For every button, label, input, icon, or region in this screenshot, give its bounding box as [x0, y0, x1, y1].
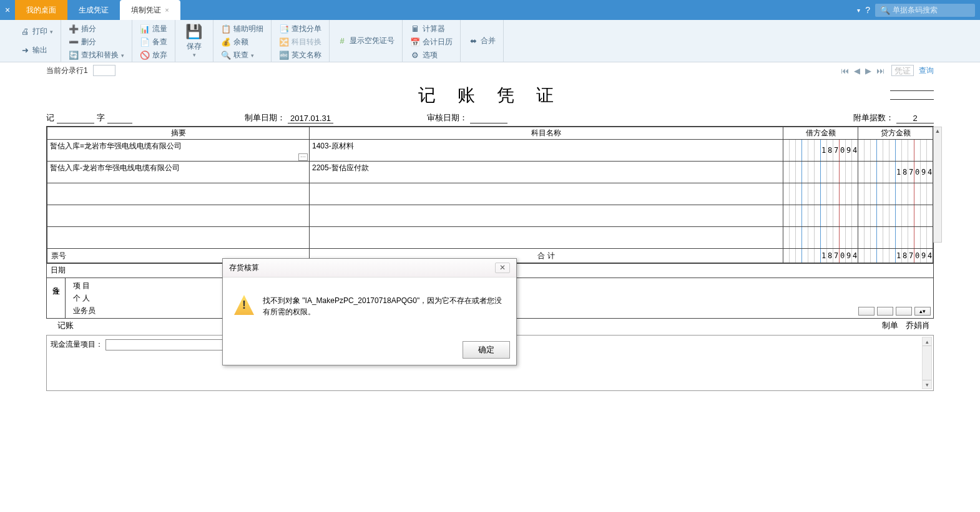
gear-icon: ⚙: [410, 51, 420, 60]
credit-cell[interactable]: [858, 140, 933, 162]
table-row[interactable]: [47, 227, 933, 249]
insert-row-icon: ➕: [69, 24, 79, 34]
debit-cell[interactable]: 187094: [783, 140, 858, 162]
options-button[interactable]: ⚙选项: [408, 49, 455, 62]
voucher-header: 记字 制单日期：2017.01.31 审核日期： 附单据数：2: [46, 112, 934, 125]
header-debit: 借方金额: [783, 127, 858, 140]
aux-detail-button[interactable]: 📋辅助明细: [218, 22, 266, 36]
lookup-button[interactable]: 🔍联查▾: [218, 49, 266, 62]
find-list-button[interactable]: 📑查找分单: [277, 22, 324, 36]
tab-label: 我的桌面: [26, 5, 56, 16]
project-field[interactable]: 项 目: [73, 279, 96, 292]
audit-date[interactable]: [470, 123, 507, 123]
english-name-button[interactable]: 🔤英文名称: [277, 49, 324, 62]
show-empty-no-button[interactable]: #显示空凭证号: [335, 34, 397, 47]
print-button[interactable]: 🖨打印▾: [17, 25, 56, 38]
dialog-message: 找不到对象 "IA_MakePzPC_20170718APQG0"，因为它不存在…: [263, 295, 505, 317]
remark-label: 备注: [47, 278, 66, 318]
table-row[interactable]: [47, 205, 933, 227]
header-credit: 贷方金额: [858, 127, 933, 140]
output-button[interactable]: ➜输出: [17, 44, 56, 57]
cash-flow-scrollbar[interactable]: ▴ ▾: [922, 337, 932, 389]
current-row-input[interactable]: [93, 65, 115, 76]
prev-record-icon[interactable]: ◀: [852, 66, 862, 75]
tab-fill-voucher[interactable]: 填制凭证×: [120, 0, 180, 20]
detail-icon: 📋: [221, 24, 231, 34]
mini-btn-1[interactable]: [858, 307, 875, 316]
merge-button[interactable]: ⬌合并: [466, 34, 498, 47]
debit-cell[interactable]: [783, 162, 858, 183]
voucher-type-input[interactable]: [57, 123, 94, 123]
credit-cell[interactable]: 187094: [858, 162, 933, 183]
mini-btn-2[interactable]: [877, 307, 893, 316]
barcode-search-input[interactable]: [893, 6, 970, 14]
find-icon: 🔄: [69, 51, 79, 60]
last-record-icon[interactable]: ⏭: [875, 66, 886, 75]
printer-icon: 🖨: [20, 27, 30, 37]
scroll-down-icon[interactable]: ▾: [923, 380, 931, 389]
tab-close-icon[interactable]: ×: [165, 6, 169, 14]
audit-button[interactable]: 📄备查: [137, 36, 170, 49]
convert-icon: 🔀: [279, 37, 289, 47]
table-row[interactable]: 暂估入库=龙岩市华强电线电缆有限公司⋯ 1403-原材料 187094: [47, 140, 933, 162]
lookup-icon: 🔍: [221, 51, 231, 60]
subject-convert-button: 🔀科目转换: [277, 36, 324, 49]
tab-generate-voucher[interactable]: 生成凭证: [67, 0, 120, 20]
tab-label: 生成凭证: [79, 5, 109, 16]
list-icon: 📑: [279, 24, 289, 34]
find-replace-button[interactable]: 🔄查找和替换▾: [66, 49, 127, 62]
scroll-up-icon[interactable]: ▴: [923, 337, 931, 346]
calculator-button[interactable]: 🖩计算器: [408, 22, 455, 36]
summary-cell[interactable]: 暂估入库=龙岩市华强电线电缆有限公司⋯: [47, 140, 310, 162]
search-link[interactable]: 查询: [919, 65, 934, 76]
delete-row-button[interactable]: ➖删分: [66, 36, 127, 49]
save-button[interactable]: 💾保存▾: [180, 22, 208, 59]
abandon-button[interactable]: 🚫放弃: [137, 49, 170, 62]
balance-button[interactable]: 💰余额: [218, 36, 266, 49]
calendar-button[interactable]: 📅会计日历: [408, 36, 455, 49]
help-icon[interactable]: ?: [865, 5, 870, 15]
voucher-no-input[interactable]: [891, 65, 914, 76]
mini-btn-3[interactable]: [896, 307, 912, 316]
table-row[interactable]: 暂估入库-龙岩市华强电线电缆有限公司 2205-暂估应付款 187094: [47, 162, 933, 183]
bookkeeping-label: 记账: [57, 320, 74, 331]
remark-fields: 项 目 个 人 业务员: [66, 278, 103, 318]
attach-count[interactable]: 2: [896, 114, 934, 123]
prep-date[interactable]: 2017.01.31: [288, 114, 333, 123]
current-row-label: 当前分录行1: [46, 65, 88, 76]
ribbon-toolbar: 🖨打印▾ ➜输出 ➕插分 ➖删分 🔄查找和替换▾ 📊流量 📄备查 🚫放弃 💾保存…: [0, 20, 980, 62]
person-field[interactable]: 个 人: [73, 292, 96, 304]
ok-button[interactable]: 确定: [463, 341, 510, 359]
staff-field[interactable]: 业务员: [73, 304, 96, 317]
warning-icon: !: [234, 295, 254, 315]
save-icon: 💾: [185, 24, 203, 41]
table-row[interactable]: [47, 183, 933, 205]
mini-btn-4[interactable]: ▴▾: [914, 307, 931, 316]
dropdown-icon[interactable]: ▾: [857, 7, 860, 14]
subject-cell[interactable]: 1403-原材料: [310, 140, 783, 162]
dialog-close-icon[interactable]: ✕: [495, 263, 510, 273]
expand-icon[interactable]: ⋯: [298, 153, 308, 161]
tab-desktop[interactable]: 我的桌面: [15, 0, 67, 20]
header-subject: 科目名称: [310, 127, 783, 140]
voucher-no-field[interactable]: [107, 123, 132, 123]
merge-icon: ⬌: [468, 36, 478, 46]
abandon-icon: 🚫: [140, 51, 150, 60]
subject-cell[interactable]: 2205-暂估应付款: [310, 162, 783, 183]
audit-icon: 📄: [140, 37, 150, 47]
dialog-titlebar[interactable]: 存货核算 ✕: [223, 259, 516, 278]
insert-row-button[interactable]: ➕插分: [66, 22, 127, 36]
number-icon: #: [337, 36, 347, 46]
summary-cell[interactable]: 暂估入库-龙岩市华强电线电缆有限公司: [47, 162, 310, 183]
first-record-icon[interactable]: ⏮: [839, 66, 851, 75]
calendar-icon: 📅: [410, 37, 420, 47]
flow-button[interactable]: 📊流量: [137, 22, 170, 36]
barcode-search[interactable]: 🔍: [875, 4, 975, 17]
voucher-table: ▲ 摘要 科目名称 借方金额 贷方金额 暂估入库=龙岩市华强电线电缆有限公司⋯ …: [46, 126, 934, 264]
table-scrollbar[interactable]: ▲: [933, 127, 942, 243]
next-record-icon[interactable]: ▶: [863, 66, 873, 75]
close-icon[interactable]: ×: [0, 5, 15, 15]
header-summary: 摘要: [47, 127, 310, 140]
preparer-label: 制单: [882, 320, 898, 331]
calculator-icon: 🖩: [410, 24, 420, 34]
